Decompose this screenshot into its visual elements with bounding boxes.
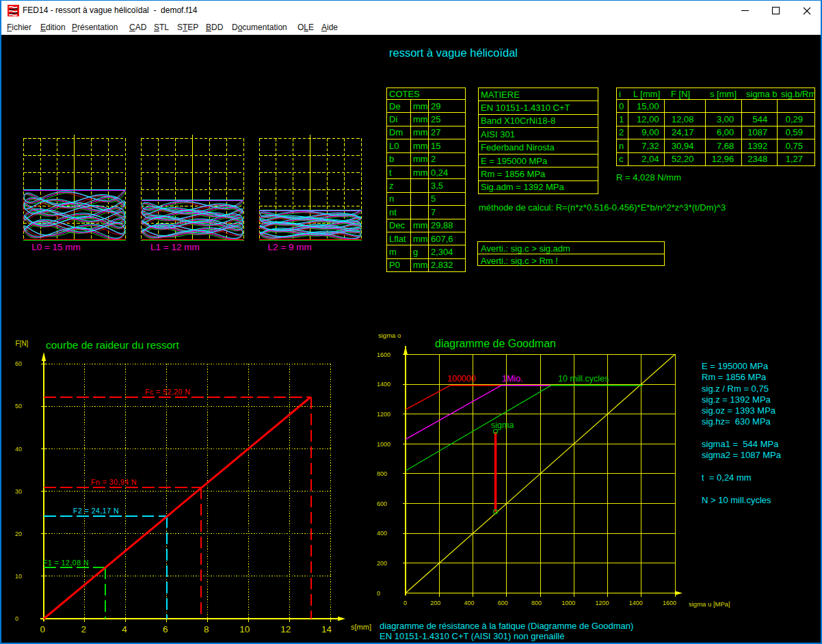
svg-text:10: 10	[15, 573, 22, 580]
svg-text:0: 0	[40, 624, 45, 634]
svg-text:600: 600	[498, 600, 508, 606]
svg-text:L0 = 15 mm: L0 = 15 mm	[31, 242, 81, 252]
svg-text:L1 = 12 mm: L1 = 12 mm	[150, 242, 200, 252]
svg-text:courbe de raideur du ressort: courbe de raideur du ressort	[46, 339, 179, 351]
svg-text:1Mio.: 1Mio.	[502, 374, 523, 384]
svg-text:800: 800	[377, 470, 387, 477]
svg-text:0: 0	[403, 600, 407, 606]
svg-text:2: 2	[81, 624, 86, 634]
svg-text:4: 4	[122, 624, 127, 634]
svg-text:1000: 1000	[561, 600, 575, 606]
svg-text:200: 200	[430, 600, 440, 606]
svg-text:10 mill.cycles: 10 mill.cycles	[558, 374, 609, 384]
svg-text:10: 10	[239, 624, 250, 634]
svg-text:8: 8	[204, 624, 209, 634]
svg-text:1600: 1600	[663, 600, 676, 606]
svg-text:50: 50	[15, 403, 22, 410]
svg-text:600: 600	[377, 500, 387, 507]
svg-text:1600: 1600	[377, 351, 390, 358]
svg-text:0: 0	[377, 590, 380, 597]
svg-text:200: 200	[377, 560, 387, 567]
svg-text:sigma: sigma	[491, 420, 514, 430]
svg-text:Fc = 52,20 N: Fc = 52,20 N	[145, 388, 190, 396]
svg-text:F2 = 24,17 N: F2 = 24,17 N	[73, 507, 119, 515]
svg-text:12: 12	[280, 624, 291, 634]
svg-text:0: 0	[15, 615, 18, 622]
svg-text:1200: 1200	[595, 600, 609, 606]
svg-text:F[N]: F[N]	[16, 340, 29, 347]
svg-text:20: 20	[15, 531, 22, 537]
svg-text:100000: 100000	[447, 374, 476, 384]
svg-text:800: 800	[531, 600, 542, 606]
svg-text:Fn = 30,94 N: Fn = 30,94 N	[91, 478, 137, 486]
svg-text:s[mm]: s[mm]	[351, 623, 371, 631]
svg-text:400: 400	[464, 600, 474, 606]
svg-text:14: 14	[321, 624, 332, 634]
svg-text:6: 6	[163, 624, 168, 634]
svg-text:F1 = 12,08 N: F1 = 12,08 N	[43, 559, 89, 567]
svg-text:40: 40	[15, 446, 22, 453]
svg-text:1200: 1200	[377, 411, 390, 418]
svg-text:1400: 1400	[629, 600, 643, 606]
svg-text:sigma u [MPa]: sigma u [MPa]	[689, 600, 730, 608]
svg-text:L2 = 9 mm: L2 = 9 mm	[268, 242, 312, 252]
svg-text:30: 30	[15, 488, 22, 495]
svg-text:60: 60	[15, 360, 22, 367]
svg-text:1400: 1400	[377, 381, 390, 388]
svg-text:400: 400	[377, 530, 387, 537]
svg-text:sigma o: sigma o	[378, 332, 401, 339]
svg-text:diagramme de Goodman: diagramme de Goodman	[435, 338, 556, 349]
svg-text:1000: 1000	[377, 441, 390, 448]
